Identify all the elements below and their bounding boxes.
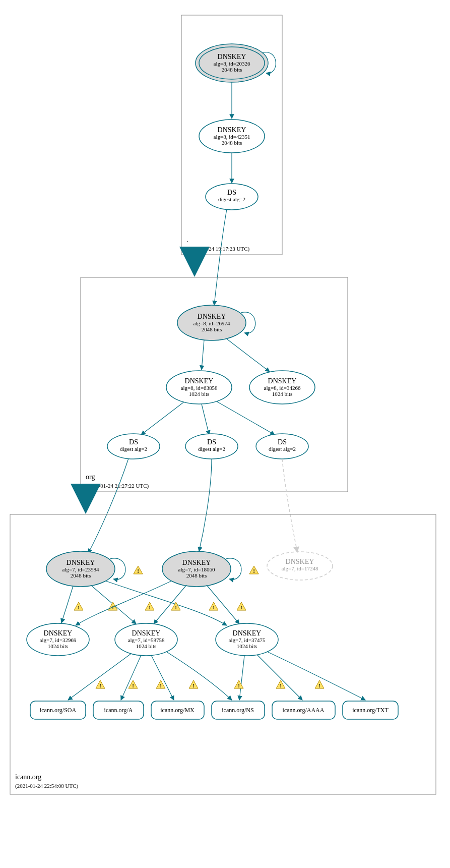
svg-text:digest alg=2: digest alg=2 [269, 446, 296, 452]
svg-text:!: ! [160, 682, 162, 688]
zone-org-name: org [86, 473, 95, 481]
svg-text:DNSKEY: DNSKEY [182, 559, 211, 566]
svg-text:digest alg=2: digest alg=2 [218, 196, 245, 202]
svg-text:DNSKEY: DNSKEY [185, 377, 214, 385]
svg-text:icann.org/AAAA: icann.org/AAAA [283, 707, 325, 714]
svg-text:alg=8, id=63858: alg=8, id=63858 [181, 385, 218, 391]
svg-text:alg=8, id=34266: alg=8, id=34266 [264, 385, 301, 391]
svg-text:1024 bits: 1024 bits [136, 643, 157, 649]
svg-text:DNSKEY: DNSKEY [268, 377, 297, 385]
svg-text:alg=8, id=26974: alg=8, id=26974 [194, 320, 230, 326]
warning-icon: ! [108, 602, 117, 610]
svg-text:DNSKEY: DNSKEY [218, 126, 246, 134]
svg-text:2048 bits: 2048 bits [186, 572, 207, 578]
svg-text:2048 bits: 2048 bits [71, 572, 91, 578]
svg-text:1024 bits: 1024 bits [189, 391, 210, 397]
svg-text:icann.org/NS: icann.org/NS [222, 707, 253, 714]
zone-icann-ts: (2021-01-24 22:54:08 UTC) [15, 783, 79, 789]
svg-text:!: ! [175, 604, 177, 610]
svg-text:2048 bits: 2048 bits [222, 67, 242, 73]
zone-org-ts: (2021-01-24 21:27:22 UTC) [86, 483, 149, 489]
zone-root-name: . [186, 236, 188, 244]
svg-text:alg=8, id=42351: alg=8, id=42351 [214, 134, 250, 140]
warning-icon: ! [128, 680, 138, 688]
zone-root-ts: (2021-01-24 19:17:23 UTC) [186, 246, 250, 252]
svg-text:!: ! [192, 682, 195, 688]
svg-text:!: ! [213, 604, 215, 610]
svg-text:alg=8, id=20326: alg=8, id=20326 [214, 61, 250, 67]
svg-text:icann.org/TXT: icann.org/TXT [352, 707, 389, 714]
svg-text:DS: DS [207, 438, 216, 446]
svg-text:1024 bits: 1024 bits [272, 391, 293, 397]
svg-text:2048 bits: 2048 bits [202, 326, 222, 332]
svg-text:DNSKEY: DNSKEY [218, 53, 246, 61]
svg-text:alg=7, id=58758: alg=7, id=58758 [128, 637, 165, 643]
warning-icon: ! [156, 680, 165, 688]
svg-text:DS: DS [227, 189, 236, 196]
warning-icon: ! [249, 566, 259, 574]
svg-text:DNSKEY: DNSKEY [132, 629, 161, 637]
warning-icon: ! [74, 602, 83, 610]
svg-text:digest alg=2: digest alg=2 [198, 446, 225, 452]
warning-icon: ! [234, 680, 243, 688]
svg-text:alg=7, id=23584: alg=7, id=23584 [62, 566, 99, 572]
svg-text:2048 bits: 2048 bits [222, 140, 242, 146]
svg-text:!: ! [238, 682, 240, 688]
svg-text:!: ! [78, 604, 80, 610]
svg-text:!: ! [280, 682, 282, 688]
warning-icon: ! [237, 602, 246, 610]
svg-text:DNSKEY: DNSKEY [286, 558, 314, 565]
svg-text:!: ! [132, 682, 134, 688]
svg-text:digest alg=2: digest alg=2 [120, 446, 147, 452]
warning-icon: ! [145, 602, 154, 610]
zone-icann-name: icann.org [15, 773, 41, 781]
svg-text:1024 bits: 1024 bits [48, 643, 69, 649]
svg-text:alg=7, id=37475: alg=7, id=37475 [229, 637, 266, 643]
warning-icon: ! [209, 602, 218, 610]
warning-icon: ! [96, 680, 105, 688]
svg-text:DS: DS [129, 438, 138, 446]
svg-text:icann.org/MX: icann.org/MX [160, 707, 195, 714]
svg-text:alg=7, id=18060: alg=7, id=18060 [178, 566, 215, 572]
svg-text:DNSKEY: DNSKEY [67, 559, 95, 566]
svg-text:!: ! [137, 568, 139, 574]
svg-text:icann.org/SOA: icann.org/SOA [40, 707, 76, 714]
svg-text:1024 bits: 1024 bits [237, 643, 258, 649]
svg-text:alg=7, id=17248: alg=7, id=17248 [282, 565, 318, 571]
svg-text:DNSKEY: DNSKEY [44, 629, 73, 637]
svg-text:icann.org/A: icann.org/A [104, 707, 133, 714]
svg-text:DNSKEY: DNSKEY [198, 313, 226, 320]
svg-text:!: ! [318, 682, 320, 688]
svg-text:!: ! [149, 604, 151, 610]
svg-text:!: ! [99, 682, 101, 688]
svg-text:alg=7, id=32969: alg=7, id=32969 [40, 637, 77, 643]
warning-icon: ! [134, 566, 143, 574]
svg-text:DS: DS [278, 438, 287, 446]
warning-icon: ! [189, 680, 198, 688]
svg-text:!: ! [253, 568, 255, 574]
dnssec-diagram: . (2021-01-24 19:17:23 UTC) DNSKEY alg=8… [0, 0, 450, 868]
svg-text:!: ! [240, 604, 242, 610]
warning-icon: ! [315, 680, 324, 688]
svg-text:DNSKEY: DNSKEY [233, 629, 262, 637]
